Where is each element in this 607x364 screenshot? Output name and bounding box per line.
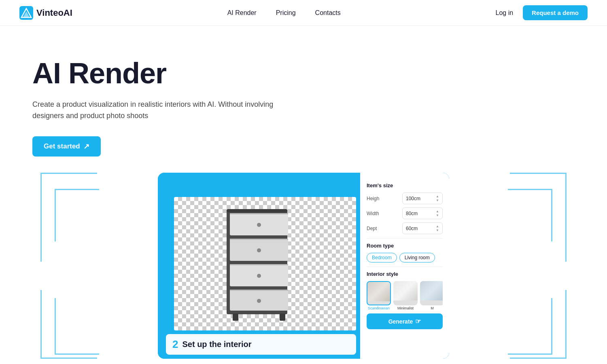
svg-point-9 (257, 248, 261, 252)
bracket-decoration (508, 298, 552, 355)
step-number: 2 (172, 338, 178, 351)
height-spinner[interactable]: ▲ ▼ (436, 195, 439, 202)
get-started-button[interactable]: Get started ↗ (32, 136, 101, 157)
depth-input[interactable]: 60cm ▲ ▼ (402, 222, 443, 234)
spinner-up-icon[interactable]: ▲ (436, 224, 439, 228)
hero-section: AI Render Create a product visualization… (0, 26, 607, 359)
nav-links: AI Render Pricing Contacts (227, 9, 341, 17)
thumb-minimalist-preview (393, 281, 418, 301)
step-label: 2 Set up the interior (166, 334, 356, 355)
demo-area: 2 Set up the interior Item's size Heigh … (32, 173, 575, 359)
style-minimalist[interactable]: Minimalist (393, 281, 418, 310)
svg-rect-11 (230, 264, 288, 265)
svg-point-6 (257, 223, 261, 227)
svg-point-12 (257, 274, 261, 278)
style-modern-label: M (431, 306, 434, 310)
nav-link-ai-render[interactable]: AI Render (227, 9, 257, 16)
style-scandinavian[interactable]: Scandinavian (367, 281, 391, 310)
style-minimalist-label: Minimalist (397, 306, 414, 310)
hero-title: AI Render (32, 58, 316, 89)
svg-rect-5 (230, 213, 288, 214)
spinner-up-icon[interactable]: ▲ (436, 210, 439, 213)
logo-icon (19, 6, 33, 20)
ui-demo-card: 2 Set up the interior Item's size Heigh … (158, 173, 449, 359)
thumb-modern-preview (420, 281, 443, 301)
svg-rect-14 (230, 290, 288, 291)
width-spinner[interactable]: ▲ ▼ (436, 210, 439, 217)
room-bedroom-button[interactable]: Bedroom (367, 253, 397, 262)
generate-button[interactable]: Generate ☞ (367, 313, 443, 329)
nav-link-pricing[interactable]: Pricing (276, 9, 296, 16)
hero-description: Create a product visualization in realis… (32, 99, 275, 122)
svg-rect-18 (227, 209, 287, 212)
spinner-up-icon[interactable]: ▲ (436, 195, 439, 198)
width-input[interactable]: 80cm ▲ ▼ (402, 207, 443, 219)
svg-rect-8 (230, 239, 288, 240)
spinner-down-icon[interactable]: ▼ (436, 199, 439, 202)
nav-item-contacts[interactable]: Contacts (315, 9, 341, 17)
nav-item-ai-render[interactable]: AI Render (227, 9, 257, 17)
interior-style-title: Interior style (367, 271, 443, 277)
request-demo-button[interactable]: Request a demo (523, 5, 588, 20)
get-started-label: Get started (44, 142, 80, 150)
nav-item-pricing[interactable]: Pricing (276, 9, 296, 17)
generate-label: Generate (388, 318, 413, 325)
height-field: Heigh 100cm ▲ ▼ (367, 193, 443, 204)
depth-field: Dept 60cm ▲ ▼ (367, 222, 443, 234)
spinner-down-icon[interactable]: ▼ (436, 229, 439, 232)
divider (367, 238, 443, 239)
bracket-decoration (55, 298, 99, 355)
width-value: 80cm (406, 211, 418, 216)
navbar: VinteoAI AI Render Pricing Contacts Log … (0, 0, 607, 26)
arrow-icon: ↗ (83, 142, 89, 151)
style-modern[interactable]: M (420, 281, 443, 310)
style-scandinavian-label: Scandinavian (368, 306, 390, 310)
room-living-room-button[interactable]: Living room (399, 253, 435, 262)
cursor-icon: ☞ (415, 317, 421, 325)
dresser-illustration (214, 205, 304, 322)
product-canvas: 2 Set up the interior (158, 173, 360, 359)
depth-value: 60cm (406, 226, 418, 231)
width-label: Width (367, 211, 383, 216)
nav-right: Log in Request a demo (496, 5, 588, 20)
room-type-buttons: Bedroom Living room (367, 253, 443, 262)
style-thumb-scandinavian[interactable] (367, 281, 391, 305)
logo-text: VinteoAI (36, 8, 72, 18)
height-value: 100cm (406, 196, 420, 201)
divider (367, 267, 443, 267)
depth-label: Dept (367, 226, 383, 231)
svg-rect-16 (233, 313, 238, 321)
nav-link-contacts[interactable]: Contacts (315, 9, 341, 16)
bracket-decoration (55, 189, 99, 241)
logo[interactable]: VinteoAI (19, 6, 72, 20)
svg-point-15 (257, 299, 261, 303)
height-label: Heigh (367, 196, 383, 201)
thumb-scandinavian-preview (367, 282, 390, 301)
login-link[interactable]: Log in (496, 9, 514, 17)
room-type-title: Room type (367, 243, 443, 249)
size-section-title: Item's size (367, 182, 443, 188)
height-input[interactable]: 100cm ▲ ▼ (402, 193, 443, 204)
depth-spinner[interactable]: ▲ ▼ (436, 224, 439, 232)
style-thumb-modern[interactable] (420, 281, 443, 305)
width-field: Width 80cm ▲ ▼ (367, 207, 443, 219)
step-text: Set up the interior (182, 340, 251, 349)
svg-rect-17 (280, 313, 285, 321)
bracket-decoration (508, 189, 552, 241)
style-thumbnails: Scandinavian Minimalist M (367, 281, 443, 310)
hero-text: AI Render Create a product visualization… (32, 58, 316, 157)
style-thumb-minimalist[interactable] (393, 281, 418, 305)
spinner-down-icon[interactable]: ▼ (436, 214, 439, 217)
settings-panel: Item's size Heigh 100cm ▲ ▼ Width (360, 173, 449, 359)
